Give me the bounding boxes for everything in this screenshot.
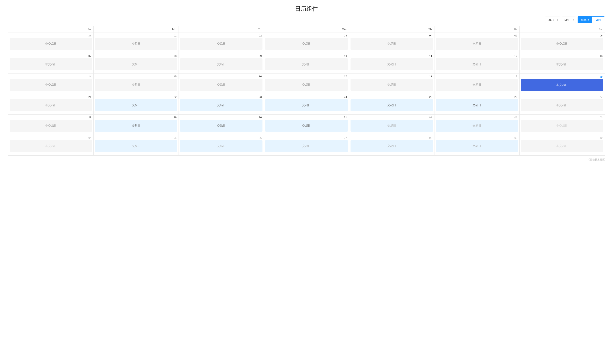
cell-content: 非交易日 [10, 120, 92, 132]
cell-date: 12 [435, 54, 519, 58]
calendar-cell[interactable]: 18交易日 [349, 74, 434, 94]
calendar-cell[interactable]: 29交易日 [93, 115, 179, 135]
cell-content: 交易日 [180, 38, 262, 50]
cell-content: 非交易日 [10, 140, 92, 152]
calendar-cell[interactable]: 03非交易日 [520, 115, 605, 135]
calendar-cell[interactable]: 04交易日 [349, 33, 434, 53]
cell-date: 03 [521, 116, 604, 119]
cell-date: 05 [435, 34, 519, 38]
cell-content: 非交易日 [521, 38, 603, 50]
year-select-wrap: 2019 2020 2021 2022 2023 ▼ [545, 17, 560, 23]
calendar-cell[interactable]: 31交易日 [264, 115, 349, 135]
cell-date: 14 [9, 75, 92, 78]
cell-date: 30 [180, 116, 263, 119]
cell-content: 交易日 [351, 140, 433, 152]
cell-date: 10 [265, 54, 348, 58]
calendar-cell[interactable]: 06交易日 [179, 135, 264, 156]
cell-date: 20 [521, 75, 604, 79]
calendar-cell[interactable]: 28非交易日 [8, 33, 93, 53]
cell-date: 09 [435, 136, 519, 140]
calendar-cell[interactable]: 10交易日 [264, 53, 349, 74]
cell-content: 交易日 [351, 120, 433, 132]
cell-content: 交易日 [436, 99, 518, 111]
cell-date: 24 [265, 95, 348, 99]
cell-content: 交易日 [95, 79, 177, 91]
calendar-cell[interactable]: 04非交易日 [8, 135, 93, 156]
calendar-cell[interactable]: 11交易日 [349, 53, 434, 74]
year-view-button[interactable]: Year [592, 17, 605, 23]
cell-content: 非交易日 [521, 140, 603, 152]
calendar-cell[interactable]: 17交易日 [264, 74, 349, 94]
cell-date: 02 [435, 116, 519, 119]
cell-content: 交易日 [95, 38, 177, 50]
cell-content: 交易日 [265, 140, 348, 152]
calendar-cell[interactable]: 22交易日 [93, 94, 179, 115]
toolbar: 2019 2020 2021 2022 2023 ▼ JanFebMar Apr… [0, 16, 613, 26]
calendar-cell[interactable]: 01交易日 [93, 33, 179, 53]
cell-content: 非交易日 [10, 99, 92, 111]
cell-date: 25 [350, 95, 433, 99]
month-select[interactable]: JanFebMar AprMayJun JulAugSep OctNovDec [562, 17, 576, 23]
calendar-cell[interactable]: 15交易日 [93, 74, 179, 94]
cell-content: 交易日 [180, 99, 262, 111]
cell-date: 11 [350, 54, 433, 58]
calendar-cell[interactable]: 05交易日 [93, 135, 179, 156]
calendar-cell[interactable]: 06非交易日 [520, 33, 605, 53]
cell-date: 08 [350, 136, 433, 140]
calendar-cell[interactable]: 05交易日 [434, 33, 520, 53]
calendar-header: Su Mo Tu We Th Fr Sa [8, 26, 605, 33]
calendar-cell[interactable]: 02交易日 [179, 33, 264, 53]
cell-content: 交易日 [436, 79, 518, 91]
calendar-cell[interactable]: 09交易日 [434, 135, 520, 156]
calendar-cell[interactable]: 03交易日 [264, 33, 349, 53]
calendar-cell[interactable]: 23交易日 [179, 94, 264, 115]
calendar-cell[interactable]: 28非交易日 [8, 115, 93, 135]
cell-date: 16 [180, 75, 263, 78]
header-tu: Tu [179, 26, 264, 33]
cell-content: 非交易日 [521, 58, 603, 70]
cell-content: 交易日 [351, 79, 433, 91]
calendar-cell[interactable]: 14非交易日 [8, 74, 93, 94]
calendar-cell[interactable]: 08交易日 [93, 53, 179, 74]
cell-date: 13 [521, 54, 604, 58]
cell-content: 交易日 [436, 120, 518, 132]
cell-content: 交易日 [265, 120, 348, 132]
calendar-cell[interactable]: 07交易日 [264, 135, 349, 156]
cell-date: 08 [94, 54, 178, 58]
cell-content: 交易日 [180, 120, 262, 132]
cell-content: 非交易日 [10, 79, 92, 91]
calendar-cell[interactable]: 10非交易日 [520, 135, 605, 156]
cell-date: 10 [521, 136, 604, 140]
header-th: Th [349, 26, 434, 33]
calendar-cell[interactable]: 24交易日 [264, 94, 349, 115]
cell-date: 18 [350, 75, 433, 78]
cell-content: 交易日 [265, 99, 348, 111]
calendar-cell[interactable]: 27非交易日 [520, 94, 605, 115]
calendar-cell[interactable]: 16交易日 [179, 74, 264, 94]
calendar-cell[interactable]: 02交易日 [434, 115, 520, 135]
cell-content: 交易日 [95, 99, 177, 111]
calendar-grid: 28非交易日01交易日02交易日03交易日04交易日05交易日06非交易日07非… [8, 33, 605, 156]
cell-date: 01 [350, 116, 433, 119]
calendar-cell[interactable]: 25交易日 [349, 94, 434, 115]
calendar-cell[interactable]: 13非交易日 [520, 53, 605, 74]
calendar-cell[interactable]: 01交易日 [349, 115, 434, 135]
calendar-cell[interactable]: 20非交易日 [520, 74, 605, 94]
cell-content: 交易日 [351, 99, 433, 111]
year-select[interactable]: 2019 2020 2021 2022 2023 [545, 17, 560, 23]
cell-content: 交易日 [436, 58, 518, 70]
cell-content: 交易日 [265, 79, 348, 91]
calendar-cell[interactable]: 08交易日 [349, 135, 434, 156]
calendar-cell[interactable]: 26交易日 [434, 94, 520, 115]
cell-content: 交易日 [436, 140, 518, 152]
calendar-cell[interactable]: 12交易日 [434, 53, 520, 74]
cell-content: 非交易日 [521, 120, 603, 132]
calendar-cell[interactable]: 09交易日 [179, 53, 264, 74]
header-sa: Sa [520, 26, 605, 33]
calendar-cell[interactable]: 19交易日 [434, 74, 520, 94]
calendar-cell[interactable]: 07非交易日 [8, 53, 93, 74]
calendar-cell[interactable]: 21非交易日 [8, 94, 93, 115]
calendar-cell[interactable]: 30交易日 [179, 115, 264, 135]
month-view-button[interactable]: Month [578, 17, 592, 23]
cell-content: 交易日 [95, 58, 177, 70]
